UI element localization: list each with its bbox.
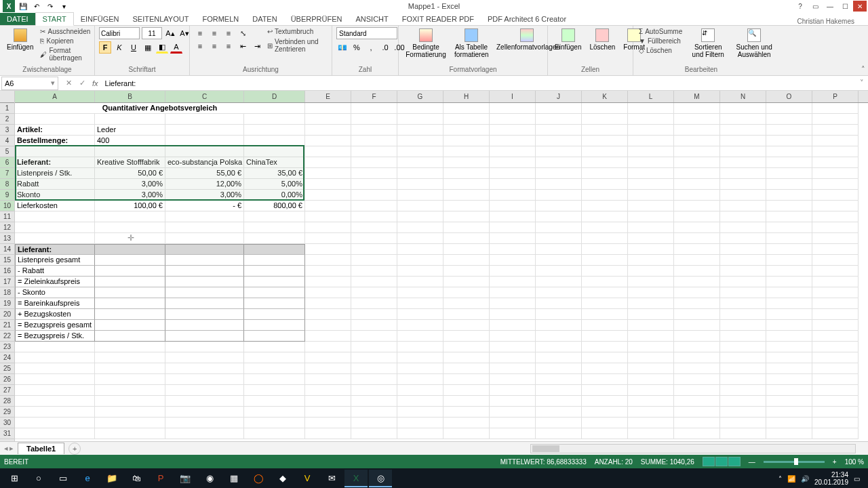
cell-A13[interactable] <box>15 233 95 244</box>
cell-M13[interactable] <box>674 233 720 244</box>
cell-I12[interactable] <box>490 222 536 233</box>
view-page-layout-icon[interactable] <box>715 457 728 466</box>
cell-B13[interactable] <box>95 233 165 244</box>
cell-G13[interactable] <box>397 233 443 244</box>
cell-H20[interactable] <box>443 309 490 320</box>
cell-J22[interactable] <box>536 331 582 342</box>
cell-P18[interactable] <box>812 287 859 298</box>
cell-E2[interactable] <box>305 114 351 125</box>
cell-N20[interactable] <box>720 309 766 320</box>
view-page-break-icon[interactable] <box>728 457 741 466</box>
format-painter-button[interactable]: 🖌Format übertragen <box>39 46 92 62</box>
cell-G29[interactable] <box>397 407 443 418</box>
app3-icon[interactable]: ◆ <box>271 470 294 487</box>
row-header-19[interactable]: 19 <box>0 298 14 309</box>
cell-D30[interactable] <box>244 418 305 428</box>
cell-D3[interactable] <box>244 125 305 136</box>
cell-J17[interactable] <box>536 277 582 287</box>
cell-G19[interactable] <box>397 298 443 309</box>
row-header-18[interactable]: 18 <box>0 287 14 298</box>
percent-icon[interactable]: % <box>351 41 363 54</box>
cell-K12[interactable] <box>582 222 628 233</box>
cell-L20[interactable] <box>628 309 674 320</box>
tab-ansicht[interactable]: ANSICHT <box>349 13 395 25</box>
cell-C24[interactable] <box>165 352 244 363</box>
cell-E10[interactable] <box>305 201 351 211</box>
cell-H12[interactable] <box>443 222 490 233</box>
row-header-25[interactable]: 25 <box>0 363 14 374</box>
cell-G14[interactable] <box>397 244 443 255</box>
cell-M24[interactable] <box>674 352 720 363</box>
cell-J14[interactable] <box>536 244 582 255</box>
cell-C5[interactable] <box>165 146 244 157</box>
cell-B11[interactable] <box>95 211 165 222</box>
cell-J10[interactable] <box>536 201 582 211</box>
spreadsheet-grid[interactable]: 1234567891011121314151617181920212223242… <box>0 91 868 441</box>
cell-N2[interactable] <box>720 114 766 125</box>
cell-A12[interactable] <box>15 222 95 233</box>
cell-P15[interactable] <box>812 255 859 266</box>
cell-A7[interactable]: Listenpreis / Stk. <box>15 168 95 179</box>
cell-L10[interactable] <box>628 201 674 211</box>
cell-J6[interactable] <box>536 157 582 168</box>
cell-P7[interactable] <box>812 168 859 179</box>
cell-M29[interactable] <box>674 407 720 418</box>
cell-F25[interactable] <box>351 363 397 374</box>
cell-F24[interactable] <box>351 352 397 363</box>
cell-L21[interactable] <box>628 320 674 331</box>
cell-O14[interactable] <box>766 244 812 255</box>
cell-D27[interactable] <box>244 385 305 396</box>
cell-K17[interactable] <box>582 277 628 287</box>
font-size-select[interactable] <box>142 27 162 39</box>
cell-O12[interactable] <box>766 222 812 233</box>
cell-L18[interactable] <box>628 287 674 298</box>
task-view-icon[interactable]: ▭ <box>52 470 75 487</box>
cell-P8[interactable] <box>812 179 859 190</box>
cell-N19[interactable] <box>720 298 766 309</box>
start-button[interactable]: ⊞ <box>3 470 26 487</box>
cell-B8[interactable]: 3,00% <box>95 179 165 190</box>
fx-icon[interactable]: fx <box>92 79 102 87</box>
collapse-ribbon-icon[interactable]: ˄ <box>861 65 865 74</box>
cell-P4[interactable] <box>812 136 859 146</box>
row-header-9[interactable]: 9 <box>0 190 14 201</box>
cell-B22[interactable] <box>95 331 165 342</box>
cell-E30[interactable] <box>305 418 351 428</box>
cell-G3[interactable] <box>397 125 443 136</box>
sheet-tab-tabelle1[interactable]: Tabelle1 <box>18 443 64 454</box>
cell-K30[interactable] <box>582 418 628 428</box>
cell-B15[interactable] <box>95 255 165 266</box>
cell-C22[interactable] <box>165 331 244 342</box>
cell-K22[interactable] <box>582 331 628 342</box>
cell-M25[interactable] <box>674 363 720 374</box>
cell-E23[interactable] <box>305 342 351 352</box>
cell-H6[interactable] <box>443 157 490 168</box>
cell-D25[interactable] <box>244 363 305 374</box>
cell-D11[interactable] <box>244 211 305 222</box>
cell-K13[interactable] <box>582 233 628 244</box>
cell-C17[interactable] <box>165 277 244 287</box>
cell-E22[interactable] <box>305 331 351 342</box>
cell-M5[interactable] <box>674 146 720 157</box>
cell-N7[interactable] <box>720 168 766 179</box>
cell-L9[interactable] <box>628 190 674 201</box>
cell-H22[interactable] <box>443 331 490 342</box>
col-header-N[interactable]: N <box>720 91 766 102</box>
col-header-H[interactable]: H <box>443 91 490 102</box>
cell-O24[interactable] <box>766 352 812 363</box>
cell-N28[interactable] <box>720 396 766 407</box>
ribbon-display-icon[interactable]: ▭ <box>808 1 822 12</box>
cell-I1[interactable] <box>490 103 536 114</box>
cell-O26[interactable] <box>766 374 812 385</box>
cell-I16[interactable] <box>490 266 536 277</box>
store-icon[interactable]: 🛍 <box>125 470 148 487</box>
cell-F6[interactable] <box>351 157 397 168</box>
cell-E27[interactable] <box>305 385 351 396</box>
tray-clock[interactable]: 21:3420.01.2019 <box>814 471 848 486</box>
cell-M16[interactable] <box>674 266 720 277</box>
cell-I25[interactable] <box>490 363 536 374</box>
cell-P9[interactable] <box>812 190 859 201</box>
merge-center-button[interactable]: ⊞Verbinden und Zentrieren <box>266 37 328 54</box>
help-icon[interactable]: ? <box>793 1 807 12</box>
cell-K6[interactable] <box>582 157 628 168</box>
